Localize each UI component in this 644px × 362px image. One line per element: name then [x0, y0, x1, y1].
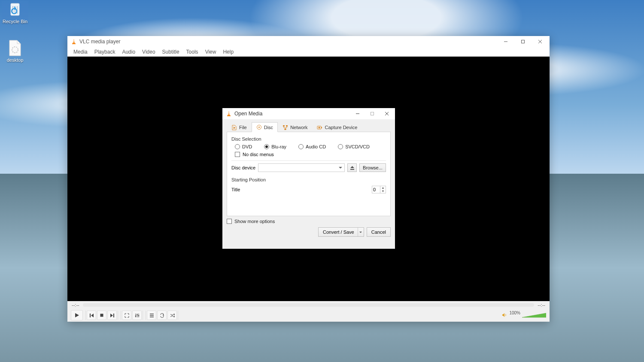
disc-panel: Disc Selection DVD Blu-ray Audio CD SVCD…	[227, 132, 391, 216]
previous-button[interactable]	[87, 311, 96, 320]
vlc-bottom-panel: --:-- --:-- 100%	[67, 301, 550, 322]
svg-rect-19	[286, 125, 288, 127]
tab-label: Disc	[264, 125, 273, 130]
maximize-button[interactable]	[514, 36, 532, 47]
volume-slider[interactable]	[522, 312, 546, 318]
svg-rect-20	[285, 129, 286, 130]
svg-rect-24	[350, 169, 354, 170]
dialog-titlebar[interactable]: Open Media	[222, 108, 395, 119]
vlc-cone-icon	[71, 39, 77, 45]
eject-button[interactable]	[347, 163, 357, 172]
menu-media[interactable]: Media	[70, 48, 91, 56]
time-total[interactable]: --:--	[538, 302, 545, 308]
radio-dvd[interactable]: DVD	[235, 144, 252, 149]
loop-button[interactable]	[157, 311, 167, 320]
svg-point-9	[137, 314, 138, 315]
stop-button[interactable]	[97, 311, 106, 320]
cancel-label: Cancel	[371, 229, 386, 235]
svg-rect-18	[283, 125, 285, 127]
svg-rect-11	[227, 115, 231, 116]
disc-device-combo[interactable]	[258, 163, 345, 172]
show-more-options-checkbox[interactable]	[227, 219, 232, 224]
spinner-buttons[interactable]: ▲▼	[380, 186, 386, 193]
no-disc-menus-checkbox[interactable]	[235, 152, 240, 157]
show-more-options-label: Show more options	[234, 219, 275, 224]
radio-bluray[interactable]: Blu-ray	[264, 144, 286, 149]
menu-help[interactable]: Help	[219, 48, 237, 56]
tab-label: Network	[290, 125, 307, 130]
ext-settings-button[interactable]	[132, 311, 142, 320]
radio-icon	[235, 144, 240, 149]
dialog-close-button[interactable]	[380, 108, 394, 119]
tab-label: Capture Device	[325, 125, 357, 130]
network-tab-icon	[283, 125, 288, 130]
play-button[interactable]	[71, 310, 83, 320]
svg-point-8	[135, 315, 136, 317]
svg-rect-15	[371, 112, 374, 115]
file-icon	[6, 39, 24, 57]
svg-rect-3	[73, 40, 74, 41]
desktop-icon-desktop[interactable]: desktop	[2, 39, 28, 63]
vlc-cone-icon	[226, 111, 232, 117]
seek-bar[interactable]	[83, 303, 535, 307]
title-spinner[interactable]: ▲▼	[372, 186, 386, 193]
vlc-titlebar[interactable]: VLC media player	[67, 36, 550, 47]
svg-rect-2	[72, 43, 76, 44]
svg-rect-13	[228, 114, 230, 114]
dialog-minimize-button[interactable]	[350, 108, 365, 119]
tab-network[interactable]: Network	[278, 122, 312, 132]
tab-capture[interactable]: Capture Device	[312, 122, 362, 132]
time-elapsed[interactable]: --:--	[72, 302, 79, 308]
minimize-button[interactable]	[497, 36, 514, 47]
convert-save-label: Convert / Save	[323, 229, 354, 235]
close-button[interactable]	[532, 36, 549, 47]
fullscreen-button[interactable]	[122, 311, 131, 320]
playlist-button[interactable]	[147, 311, 156, 320]
menu-video[interactable]: Video	[139, 48, 158, 56]
cancel-button[interactable]: Cancel	[367, 227, 391, 237]
browse-label: Browse...	[363, 165, 383, 170]
svg-rect-6	[522, 40, 525, 43]
no-disc-menus-label: No disc menus	[243, 152, 274, 157]
controls-row: 100%	[67, 309, 550, 322]
shuffle-button[interactable]	[167, 311, 177, 320]
radio-audiocd[interactable]: Audio CD	[298, 144, 326, 149]
desktop-icon-label: desktop	[2, 57, 28, 63]
svg-rect-4	[73, 42, 75, 42]
svg-rect-12	[228, 112, 229, 113]
seek-row: --:-- --:--	[67, 301, 550, 309]
menu-view[interactable]: View	[202, 48, 220, 56]
radio-label: Blu-ray	[271, 144, 286, 149]
tab-file[interactable]: File	[227, 122, 252, 132]
recycle-bin-icon	[6, 1, 24, 18]
dropdown-arrow-icon[interactable]	[358, 228, 364, 236]
dialog-tabs: File Disc Network Capture Device	[227, 122, 391, 132]
disc-selection-label: Disc Selection	[231, 136, 386, 142]
menu-playback[interactable]: Playback	[91, 48, 119, 56]
volume-percent: 100%	[509, 311, 520, 315]
menu-audio[interactable]: Audio	[118, 48, 139, 56]
radio-label: Audio CD	[306, 144, 326, 149]
radio-label: DVD	[242, 144, 252, 149]
tab-disc[interactable]: Disc	[252, 122, 278, 132]
title-value-input[interactable]	[372, 186, 380, 193]
svg-point-17	[258, 127, 260, 128]
desktop-icon-label: Recycle Bin	[2, 19, 28, 24]
volume-control: 100%	[502, 312, 546, 319]
open-media-dialog: Open Media File Disc Network Capture Dev…	[222, 108, 395, 249]
browse-button[interactable]: Browse...	[359, 163, 386, 172]
desktop-icon-recycle-bin[interactable]: Recycle Bin	[2, 1, 28, 24]
dialog-maximize-button	[365, 108, 380, 119]
title-field-label: Title	[231, 187, 240, 192]
svg-rect-7	[100, 314, 103, 317]
menu-subtitle[interactable]: Subtitle	[159, 48, 183, 56]
vlc-window-title: VLC media player	[79, 39, 120, 45]
radio-svcd[interactable]: SVCD/VCD	[338, 144, 370, 149]
next-button[interactable]	[107, 311, 117, 320]
dialog-title: Open Media	[234, 111, 262, 117]
radio-icon	[298, 144, 304, 149]
convert-save-button[interactable]: Convert / Save	[318, 227, 364, 237]
speaker-icon[interactable]	[502, 312, 507, 319]
disc-device-label: Disc device	[231, 165, 255, 170]
menu-tools[interactable]: Tools	[183, 48, 202, 56]
